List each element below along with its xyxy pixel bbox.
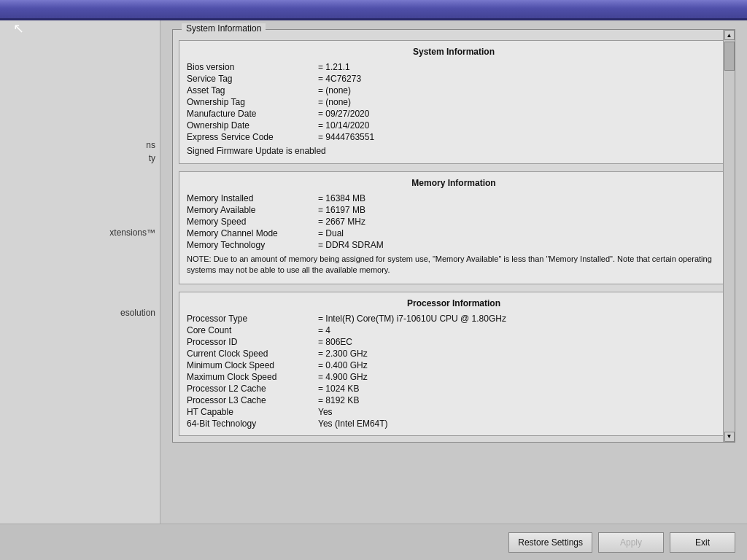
field-value: = 4.900 GHz: [318, 371, 721, 383]
field-value: = 10/14/2020: [318, 120, 721, 131]
table-row: Memory Installed= 16384 MB: [187, 192, 721, 204]
field-label: HT Capable: [187, 406, 318, 418]
field-value: = Dual: [318, 228, 721, 239]
field-label: Memory Speed: [187, 216, 318, 228]
sidebar-item-resolution[interactable]: esolution: [116, 305, 160, 321]
system-info-title: System Information: [187, 47, 721, 57]
field-label: Memory Channel Mode: [187, 228, 318, 239]
scrollbar[interactable]: ▲ ▼: [723, 30, 735, 442]
field-label: Current Clock Speed: [187, 348, 318, 359]
field-label: Ownership Date: [187, 120, 318, 131]
table-row: Processor L2 Cache= 1024 KB: [187, 383, 721, 394]
table-row: HT CapableYes: [187, 406, 721, 418]
field-label: 64-Bit Technology: [187, 418, 318, 429]
sidebar-item-extensions[interactable]: xtensions™: [105, 225, 160, 241]
table-row: Processor Type= Intel(R) Core(TM) i7-106…: [187, 313, 721, 324]
field-value: = 806EC: [318, 336, 721, 348]
memory-info-panel: Memory Information Memory Installed= 163…: [179, 171, 729, 284]
field-value: Yes: [318, 406, 721, 418]
table-row: Current Clock Speed= 2.300 GHz: [187, 348, 721, 359]
processor-info-title: Processor Information: [187, 298, 721, 308]
system-info-table: Bios version= 1.21.1Service Tag= 4C76273…: [187, 61, 721, 143]
memory-info-title: Memory Information: [187, 178, 721, 188]
system-info-outer-panel: System Information System Information Bi…: [172, 29, 735, 443]
table-row: Memory Technology= DDR4 SDRAM: [187, 239, 721, 251]
table-row: Memory Available= 16197 MB: [187, 204, 721, 216]
field-label: Core Count: [187, 324, 318, 336]
processor-info-table: Processor Type= Intel(R) Core(TM) i7-106…: [187, 313, 721, 429]
table-row: Asset Tag= (none): [187, 85, 721, 96]
main-area: ns ty xtensions™ esolution System Inform…: [0, 20, 747, 524]
signed-firmware-text: Signed Firmware Update is enabled: [187, 146, 721, 156]
table-row: Ownership Tag= (none): [187, 96, 721, 108]
table-row: 64-Bit TechnologyYes (Intel EM64T): [187, 418, 721, 429]
field-label: Memory Installed: [187, 192, 318, 204]
table-row: Ownership Date= 10/14/2020: [187, 120, 721, 131]
field-value: = 2.300 GHz: [318, 348, 721, 359]
field-label: Minimum Clock Speed: [187, 359, 318, 371]
table-row: Processor L3 Cache= 8192 KB: [187, 394, 721, 406]
field-value: = 2667 MHz: [318, 216, 721, 228]
system-info-panel: System Information Bios version= 1.21.1S…: [179, 40, 729, 164]
memory-note: NOTE: Due to an amount of memory being a…: [187, 254, 721, 276]
field-value: = 4: [318, 324, 721, 336]
field-label: Bios version: [187, 61, 318, 73]
table-row: Express Service Code= 9444763551: [187, 131, 721, 143]
taskbar-top: [0, 0, 747, 20]
sidebar-item-ty[interactable]: ty: [144, 150, 160, 166]
table-row: Memory Channel Mode= Dual: [187, 228, 721, 239]
field-value: = 1.21.1: [318, 61, 721, 73]
field-value: = 8192 KB: [318, 394, 721, 406]
field-label: Ownership Tag: [187, 96, 318, 108]
bottom-bar: Restore Settings Apply Exit: [0, 524, 747, 560]
table-row: Minimum Clock Speed= 0.400 GHz: [187, 359, 721, 371]
scroll-down-arrow[interactable]: ▼: [724, 432, 735, 442]
field-value: = 9444763551: [318, 131, 721, 143]
apply-button[interactable]: Apply: [598, 532, 664, 553]
content-area: System Information System Information Bi…: [160, 20, 747, 524]
field-value: = DDR4 SDRAM: [318, 239, 721, 251]
table-row: Maximum Clock Speed= 4.900 GHz: [187, 371, 721, 383]
field-value: = (none): [318, 96, 721, 108]
scroll-up-arrow[interactable]: ▲: [724, 30, 735, 40]
table-row: Service Tag= 4C76273: [187, 73, 721, 85]
outer-section-title: System Information: [182, 23, 266, 34]
field-label: Memory Available: [187, 204, 318, 216]
field-value: = 4C76273: [318, 73, 721, 85]
field-value: = 16197 MB: [318, 204, 721, 216]
table-row: Core Count= 4: [187, 324, 721, 336]
field-value: = 09/27/2020: [318, 108, 721, 120]
field-value: = 0.400 GHz: [318, 359, 721, 371]
table-row: Bios version= 1.21.1: [187, 61, 721, 73]
table-row: Processor ID= 806EC: [187, 336, 721, 348]
field-label: Processor L3 Cache: [187, 394, 318, 406]
field-value: = Intel(R) Core(TM) i7-10610U CPU @ 1.80…: [318, 313, 721, 324]
field-label: Service Tag: [187, 73, 318, 85]
table-row: Manufacture Date= 09/27/2020: [187, 108, 721, 120]
field-value: = 16384 MB: [318, 192, 721, 204]
field-label: Express Service Code: [187, 131, 318, 143]
restore-settings-button[interactable]: Restore Settings: [508, 532, 592, 553]
field-value: = 1024 KB: [318, 383, 721, 394]
field-label: Processor ID: [187, 336, 318, 348]
scroll-thumb[interactable]: [724, 42, 735, 71]
field-label: Processor L2 Cache: [187, 383, 318, 394]
field-label: Maximum Clock Speed: [187, 371, 318, 383]
field-label: Processor Type: [187, 313, 318, 324]
exit-button[interactable]: Exit: [670, 532, 735, 553]
field-value: = (none): [318, 85, 721, 96]
sidebar: ns ty xtensions™ esolution: [0, 20, 160, 524]
field-label: Memory Technology: [187, 239, 318, 251]
field-label: Asset Tag: [187, 85, 318, 96]
processor-info-panel: Processor Information Processor Type= In…: [179, 292, 729, 436]
table-row: Memory Speed= 2667 MHz: [187, 216, 721, 228]
field-label: Manufacture Date: [187, 108, 318, 120]
field-value: Yes (Intel EM64T): [318, 418, 721, 429]
memory-info-table: Memory Installed= 16384 MBMemory Availab…: [187, 192, 721, 251]
